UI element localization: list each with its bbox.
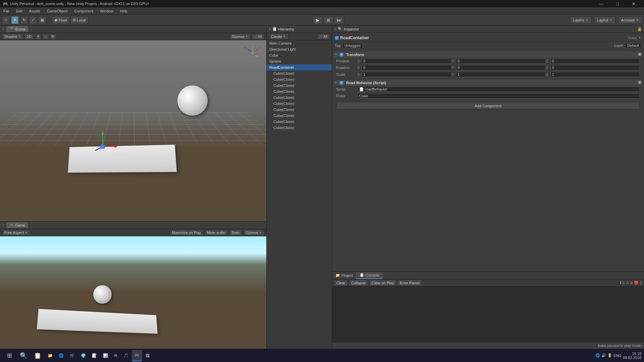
pause-button[interactable]: ⏸ [323, 16, 333, 24]
add-component-button[interactable]: Add Component [336, 102, 640, 109]
hierarchy-item-cube-clone-3[interactable]: Cube(Clone) [267, 88, 332, 95]
svg-rect-5 [101, 144, 105, 148]
mute-audio-btn[interactable]: Mute audio [205, 230, 227, 236]
position-z-input[interactable]: 0 [550, 58, 640, 64]
scale-y-input[interactable]: 1 [456, 72, 545, 77]
error-pause-button[interactable]: Error Pause [397, 280, 422, 286]
project-tab[interactable]: 📁 Project [332, 272, 356, 279]
hierarchy-item-sphere[interactable]: Sphere [267, 58, 332, 64]
transform-tool-1[interactable]: ✥ [11, 16, 19, 24]
local-button[interactable]: ⊞ Local [70, 16, 88, 24]
object-enabled-checkbox[interactable]: ✓ [335, 36, 339, 40]
scene-tab[interactable]: 🎬 Scene [6, 26, 28, 32]
hierarchy-item-cube-clone-5[interactable]: Cube(Clone) [267, 101, 332, 107]
maximize-play-btn[interactable]: Maximize on Play [170, 230, 203, 236]
hierarchy-item-cube[interactable]: Cube [267, 52, 332, 58]
road-behavior-enabled[interactable]: ✓ [339, 81, 343, 85]
transform-settings-icon[interactable]: ⚙ [638, 52, 641, 57]
rotation-y-input[interactable]: 0 [456, 65, 545, 70]
hierarchy-item-cube-clone-2[interactable]: Cube(Clone) [267, 82, 332, 88]
hierarchy-item-cube-clone-8[interactable]: Cube(Clone) [267, 119, 332, 125]
hierarchy-item-cube-clone-0[interactable]: Cube(Clone) [267, 70, 332, 76]
console-tab[interactable]: 📋 Console [356, 272, 382, 279]
layers-dropdown[interactable]: Layers ▼ [570, 16, 591, 24]
road-behavior-header[interactable]: ▼ ✓ Road Behavior (Script) ⚙ [333, 79, 643, 86]
position-y-input[interactable]: 0 [456, 58, 545, 64]
minimize-button[interactable]: — [594, 0, 609, 7]
all-dropdown[interactable]: ✓ All [252, 34, 264, 40]
taskbar-mail-btn[interactable]: ✉ [111, 350, 120, 361]
shaded-dropdown[interactable]: Shaded ▼ [2, 34, 23, 40]
2d-button[interactable]: 2D [24, 34, 34, 40]
stats-btn[interactable]: Stats [229, 230, 242, 236]
close-button[interactable]: ✕ [626, 0, 641, 7]
game-gizmos-dropdown[interactable]: Gizmos ▼ [244, 230, 264, 236]
taskbar-search-btn[interactable]: 🔍 [17, 350, 30, 362]
scene-audio-btn[interactable]: ♪ [43, 34, 49, 40]
taskbar-unity-btn[interactable]: 🎮 [132, 350, 142, 361]
transform-tool-2[interactable]: ↻ [20, 16, 28, 24]
menu-help[interactable]: Help [116, 7, 131, 14]
menu-component[interactable]: Component [71, 7, 97, 14]
maximize-button[interactable]: □ [610, 0, 625, 7]
transform-tool-0[interactable]: ⊹ [2, 16, 10, 24]
hierarchy-item-directional-light[interactable]: Directional Light [267, 46, 332, 52]
rotation-x-input[interactable]: 0 [362, 65, 451, 70]
scene-lighting-btn[interactable]: ☀ [35, 34, 41, 40]
layer-value[interactable]: Default [625, 43, 641, 48]
menu-file[interactable]: File [0, 7, 13, 14]
hierarchy-item-cube-clone-9[interactable]: Cube(Clone) [267, 125, 332, 131]
taskbar-edge-btn[interactable]: 🌐 [56, 350, 66, 361]
account-dropdown[interactable]: Account ▼ [618, 16, 642, 24]
taskbar-chrome-btn[interactable]: 🌍 [78, 350, 89, 361]
inspector-lock-icon[interactable]: 🔒 [637, 27, 642, 31]
taskbar-music-btn[interactable]: 🎵 [121, 350, 131, 361]
title-bar: 🎮 Unity Personal - test_scene.unity - Ne… [0, 0, 644, 7]
menu-window[interactable]: Window [97, 7, 116, 14]
scale-x-input[interactable]: 1 [362, 72, 451, 77]
layout-dropdown[interactable]: Layout ▼ [594, 16, 615, 24]
clear-on-play-button[interactable]: Clear on Play [369, 280, 396, 286]
script-value[interactable]: 📄 roadBehavior [358, 86, 640, 92]
step-button[interactable]: ⏭ [334, 16, 344, 24]
menu-assets[interactable]: Assets [26, 7, 44, 14]
hierarchy-item-cube-clone-6[interactable]: Cube(Clone) [267, 107, 332, 113]
taskbar-explorer-btn[interactable]: 📁 [45, 350, 55, 361]
menu-gameobject[interactable]: GameObject [44, 7, 71, 14]
hierarchy-create-dropdown[interactable]: Create ▼ [269, 34, 288, 40]
menu-edit[interactable]: Edit [13, 7, 26, 14]
hierarchy-item-cube-clone-1[interactable]: Cube(Clone) [267, 76, 332, 82]
rotation-row: Rotation X 0 Y 0 Z [333, 64, 643, 71]
scene-view[interactable]: X Y Z Iso [0, 40, 266, 221]
hierarchy-item-cube-clone-4[interactable]: Cube(Clone) [267, 95, 332, 101]
play-button[interactable]: ▶ [313, 16, 323, 24]
taskbar-start-btn[interactable]: ⊞ [3, 350, 16, 362]
gizmos-dropdown[interactable]: Gizmos ▼ [230, 34, 251, 40]
road-behavior-settings-icon[interactable]: ⚙ [638, 80, 641, 85]
taskbar-photoshop-btn[interactable]: 🖼 [143, 350, 152, 361]
transform-tool-4[interactable]: ▦ [38, 16, 46, 24]
taskbar-word-btn[interactable]: 📝 [89, 350, 100, 361]
rotation-z-input[interactable]: 0 [550, 65, 640, 70]
clear-button[interactable]: Clear [334, 280, 347, 286]
tag-value[interactable]: Untagged [342, 43, 363, 48]
transform-tool-3[interactable]: ⤢ [29, 16, 37, 24]
taskbar-excel-btn[interactable]: 📊 [100, 350, 111, 361]
scale-z-input[interactable]: 1 [550, 72, 640, 77]
taskbar-task-view-btn[interactable]: 📋 [31, 350, 44, 362]
hierarchy-item-road-container[interactable]: RoadContainer [267, 64, 332, 70]
position-x-input[interactable]: 0 [362, 58, 451, 64]
hierarchy-item-main-camera[interactable]: Main Camera [267, 40, 332, 46]
pivot-button[interactable]: ◉ Pivot [52, 16, 69, 24]
hierarchy-item-cube-clone-7[interactable]: Cube(Clone) [267, 113, 332, 119]
transform-header[interactable]: ▼ ✓ Transform ⚙ [333, 51, 643, 58]
transform-enabled[interactable]: ✓ [339, 53, 343, 57]
game-view[interactable] [0, 236, 266, 349]
road-value[interactable]: Cube [358, 93, 640, 99]
hierarchy-all-dropdown[interactable]: ✓ All [317, 34, 330, 40]
taskbar-store-btn[interactable]: 🛒 [67, 350, 77, 361]
game-tab[interactable]: 🎮 Game [6, 222, 28, 228]
collapse-button[interactable]: Collapse [349, 280, 368, 286]
aspect-dropdown[interactable]: Free Aspect ▼ [2, 230, 30, 236]
scene-effects-btn[interactable]: ⚙ [50, 34, 56, 40]
